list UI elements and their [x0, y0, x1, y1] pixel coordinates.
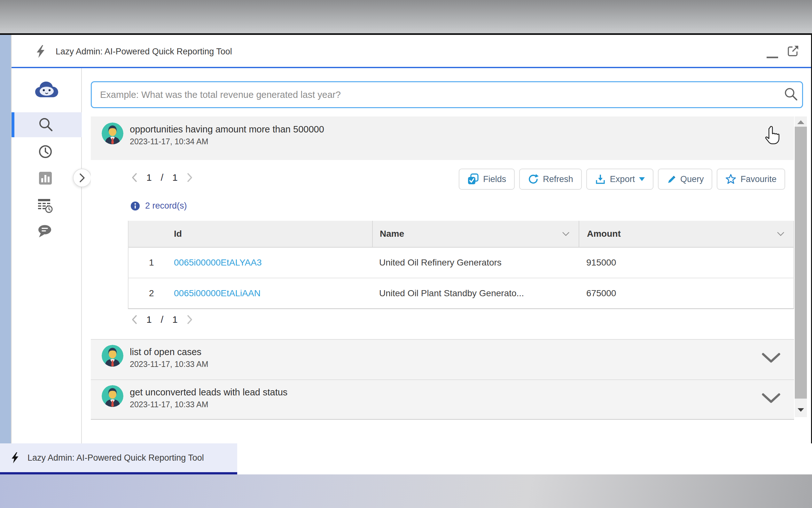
- taskbar-tab[interactable]: Lazy Admin: AI-Powered Quick Reporting T…: [0, 443, 237, 474]
- cloud-mascot-logo: [34, 80, 59, 100]
- window-title: Lazy Admin: AI-Powered Quick Reporting T…: [56, 47, 232, 57]
- refresh-arrow-icon: [528, 174, 539, 184]
- favourite-button[interactable]: Favourite: [717, 169, 785, 190]
- fields-label: Fields: [483, 174, 506, 184]
- column-header-id[interactable]: Id: [129, 221, 372, 247]
- query-button[interactable]: Query: [658, 169, 713, 190]
- refresh-label: Refresh: [543, 174, 573, 184]
- export-button[interactable]: Export: [586, 169, 654, 190]
- search-icon[interactable]: [38, 117, 54, 132]
- left-background-strip: [0, 35, 11, 443]
- column-header-amount[interactable]: Amount: [579, 221, 794, 247]
- chevron-left-icon[interactable]: [131, 172, 138, 183]
- pagination-bottom: 1 / 1: [131, 314, 193, 325]
- fields-button[interactable]: Fields: [459, 169, 515, 190]
- chevron-left-icon[interactable]: [131, 314, 138, 325]
- record-name: United Oil Refinery Generators: [372, 248, 579, 278]
- history-timestamp: 2023-11-17, 10:33 AM: [130, 400, 287, 409]
- record-id-link[interactable]: 0065i00000EtALiAAN: [174, 288, 260, 298]
- favourite-label: Favourite: [741, 174, 776, 184]
- table-row: 1 0065i00000EtALYAA3 United Oil Refinery…: [129, 248, 794, 278]
- titlebar-divider: [11, 67, 811, 68]
- history-timestamp: 2023-11-17, 10:33 AM: [130, 359, 208, 369]
- history-timestamp: 2023-11-17, 10:34 AM: [130, 137, 324, 146]
- user-avatar: [102, 385, 124, 407]
- results-table: Id Name Amount 1 0065i00000EtALYAA3 Unit…: [128, 221, 794, 309]
- row-index: 2: [149, 288, 174, 298]
- dropdown-caret-icon: [639, 177, 645, 181]
- history-query-text[interactable]: list of open cases: [130, 347, 208, 357]
- magnifier-icon[interactable]: [783, 86, 799, 102]
- chevron-right-icon[interactable]: [187, 314, 193, 325]
- page-current: 1: [146, 172, 152, 183]
- user-avatar: [102, 345, 124, 367]
- result-toolbar: Fields Refresh Export Query Favourite: [459, 169, 785, 190]
- hand-cursor: [763, 126, 782, 146]
- sidebar-expand-button[interactable]: [73, 169, 91, 187]
- record-amount: 915000: [579, 248, 794, 278]
- search-input[interactable]: [91, 81, 803, 108]
- pagination-top: 1 / 1: [131, 172, 193, 183]
- history-query-text[interactable]: opportunities having amount more than 50…: [130, 124, 324, 135]
- page-separator: /: [161, 172, 163, 183]
- user-avatar: [102, 123, 124, 144]
- sidebar-active-indicator: [11, 112, 14, 137]
- records-count-label: 2 record(s): [145, 201, 187, 211]
- minimize-icon[interactable]: [767, 57, 778, 58]
- report-schedule-icon[interactable]: [37, 198, 53, 214]
- top-background-band: [0, 0, 812, 33]
- bar-chart-icon[interactable]: [38, 171, 52, 185]
- lightning-bolt-icon: [36, 45, 45, 58]
- query-pencil-icon: [667, 174, 676, 184]
- taskbar-tab-label: Lazy Admin: AI-Powered Quick Reporting T…: [28, 453, 204, 463]
- record-amount: 675000: [579, 278, 794, 308]
- fields-checkbox-icon: [467, 173, 479, 185]
- refresh-button[interactable]: Refresh: [519, 169, 582, 190]
- chevron-right-icon: [79, 173, 86, 183]
- record-name: United Oil Plant Standby Generato...: [372, 278, 579, 308]
- row-index: 1: [149, 257, 174, 268]
- chevron-down-icon[interactable]: [762, 352, 781, 364]
- export-label: Export: [610, 174, 635, 184]
- history-query-text[interactable]: get unconverted leads with lead status: [130, 387, 287, 398]
- table-header: Id Name Amount: [129, 221, 794, 248]
- lightning-bolt-icon: [11, 451, 19, 465]
- chevron-down-icon[interactable]: [777, 231, 784, 236]
- chevron-right-icon[interactable]: [187, 172, 193, 183]
- query-label: Query: [680, 174, 704, 184]
- chevron-down-icon[interactable]: [762, 393, 781, 405]
- page-current: 1: [146, 314, 152, 325]
- table-row: 2 0065i00000EtALiAAN United Oil Plant St…: [129, 278, 794, 308]
- info-circle-icon: [131, 201, 140, 211]
- chevron-down-icon[interactable]: [562, 231, 570, 236]
- history-clock-icon[interactable]: [38, 144, 53, 159]
- external-link-icon[interactable]: [786, 44, 800, 57]
- scrollbar-up-arrow[interactable]: [797, 120, 804, 124]
- records-info: 2 record(s): [131, 201, 187, 211]
- column-header-name[interactable]: Name: [372, 221, 579, 247]
- page-total: 1: [172, 172, 178, 183]
- page-total: 1: [172, 314, 178, 325]
- scrollbar-thumb[interactable]: [795, 127, 807, 398]
- page-separator: /: [161, 314, 163, 325]
- favourite-star-icon: [725, 174, 736, 184]
- export-download-icon: [595, 174, 606, 184]
- feedback-chat-icon[interactable]: [38, 224, 52, 238]
- scrollbar-down-arrow[interactable]: [798, 408, 804, 412]
- bottom-background-band: [0, 474, 812, 508]
- record-id-link[interactable]: 0065i00000EtALYAA3: [174, 257, 262, 268]
